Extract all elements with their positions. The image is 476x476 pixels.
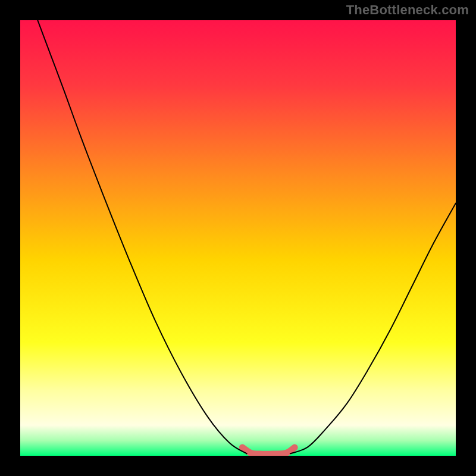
left-curve-path xyxy=(37,20,246,453)
curves-layer xyxy=(20,20,456,456)
attribution-text: TheBottleneck.com xyxy=(346,2,469,18)
plot-area xyxy=(20,20,456,456)
chart-frame: TheBottleneck.com xyxy=(0,0,476,476)
right-curve-path xyxy=(290,203,456,453)
bottom-highlight-path xyxy=(242,447,295,454)
